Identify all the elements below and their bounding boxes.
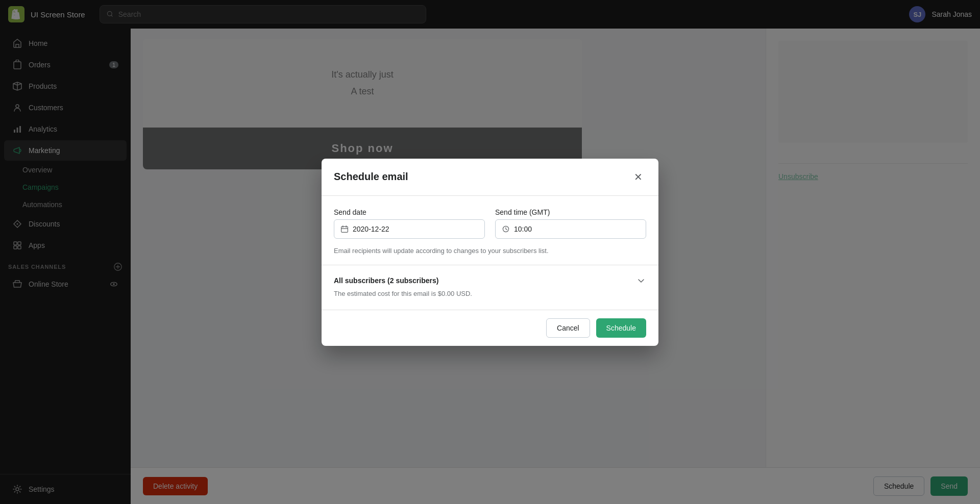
calendar-icon: [340, 225, 349, 233]
modal-body: Send date Send time (GMT) Email recipien…: [322, 196, 658, 310]
subscribers-row[interactable]: All subscribers (2 subscribers): [334, 275, 646, 286]
modal-overlay[interactable]: Schedule email ✕ Send date Send time (GM…: [0, 0, 980, 504]
schedule-email-modal: Schedule email ✕ Send date Send time (GM…: [322, 159, 658, 346]
send-date-group: Send date: [334, 208, 485, 239]
chevron-down-icon: [636, 275, 646, 286]
send-date-field[interactable]: [353, 225, 478, 233]
send-date-label: Send date: [334, 208, 485, 216]
send-time-label: Send time (GMT): [495, 208, 646, 216]
send-time-input[interactable]: [495, 219, 646, 239]
clock-icon: [502, 225, 510, 233]
modal-title: Schedule email: [334, 171, 408, 183]
send-time-field[interactable]: [514, 225, 640, 233]
subscribers-label: All subscribers (2 subscribers): [334, 276, 438, 285]
schedule-confirm-button[interactable]: Schedule: [596, 318, 646, 338]
hint-text: Email recipients will update according t…: [334, 247, 646, 255]
modal-close-button[interactable]: ✕: [630, 169, 646, 185]
send-date-input[interactable]: [334, 219, 485, 239]
cost-text: The estimated cost for this email is $0.…: [334, 290, 646, 297]
modal-footer: Cancel Schedule: [322, 310, 658, 346]
svg-rect-15: [341, 226, 348, 232]
modal-divider: [322, 265, 658, 265]
modal-header: Schedule email ✕: [322, 159, 658, 196]
cancel-button[interactable]: Cancel: [546, 318, 590, 338]
send-time-group: Send time (GMT): [495, 208, 646, 239]
date-time-row: Send date Send time (GMT): [334, 208, 646, 239]
